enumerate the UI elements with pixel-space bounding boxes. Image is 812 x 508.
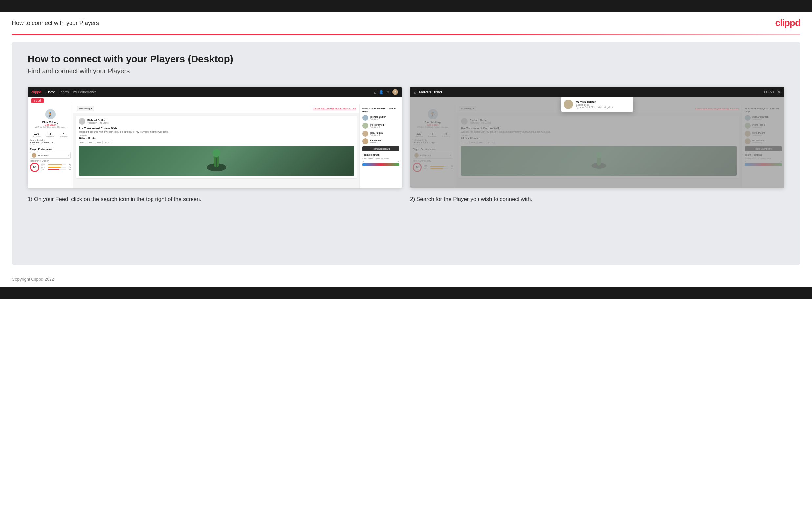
team-dashboard-btn-1[interactable]: Team Dashboard <box>363 146 399 151</box>
top-bar <box>0 0 812 12</box>
pl-activities-2: Activities: 3 <box>370 134 383 136</box>
pl-activities-3: Activities: 1 <box>370 142 382 144</box>
main-content: How to connect with your Players (Deskto… <box>12 42 800 265</box>
player-select-name-1: Eli Vincent <box>38 154 67 157</box>
player-list-item-0: Richard Butler Activities: 7 <box>363 115 399 121</box>
player-list-item-2: Hiral Pujara Activities: 3 <box>363 131 399 136</box>
search-result-item-0[interactable]: Marcus Turner 1.5 Handicap Cypress Point… <box>564 100 631 109</box>
screenshots-row: clippd Home Teams My Performance 👤 ⚙ B <box>28 87 784 204</box>
pl-avatar-3 <box>363 138 368 144</box>
tag-ott: OTT <box>79 141 86 144</box>
app-nav-logo-1: clippd <box>32 90 41 94</box>
nav-item-home[interactable]: Home <box>46 90 55 94</box>
player-select-1[interactable]: Eli Vincent ▾ <box>30 152 70 159</box>
sr-handicap: 1.5 Handicap <box>576 104 613 106</box>
app-nav-1: clippd Home Teams My Performance 👤 ⚙ B <box>28 87 402 97</box>
tag-arg: ARG <box>95 141 103 144</box>
search-icon[interactable] <box>374 90 377 94</box>
clear-button[interactable]: CLEAR <box>764 90 774 93</box>
stats-row-1: 129 Activities 3 Followers 4 Following <box>30 132 70 137</box>
pl-name-3: Eli Vincent <box>370 139 382 142</box>
profile-area-1: 🏌️ Blair McHarg Golf Coach Mill Ride Gol… <box>30 107 70 130</box>
app-nav-items-1: Home Teams My Performance <box>46 90 97 94</box>
player-select-avatar-1 <box>32 153 36 158</box>
search-bar-overlay[interactable]: ⌕ Marcus Turner CLEAR ✕ <box>410 87 784 97</box>
tag-putt: PUTT <box>104 141 112 144</box>
sr-name: Marcus Turner <box>576 100 613 104</box>
main-subheading: Find and connect with your Players <box>28 67 784 75</box>
profile-role-1: Golf Coach <box>30 124 70 126</box>
feed-tab-1[interactable]: Feed <box>32 98 44 103</box>
heatmap-sub-1: Shot Quality · 20 Round Trend <box>363 158 399 160</box>
step2-caption: 2) Search for the Player you wish to con… <box>410 188 784 204</box>
stat-activities-label: Activities <box>33 135 41 137</box>
bottom-bar <box>0 287 812 299</box>
screenshot-2: clippd Home Teams My Performance ⌕ Marcu… <box>410 87 784 204</box>
tpq-circle-1: 84 <box>30 163 39 172</box>
profile-avatar-1: 🏌️ <box>45 109 56 120</box>
app-nav-icons-1: 👤 ⚙ B <box>374 89 398 95</box>
pl-avatar-0 <box>363 115 368 121</box>
la-value-1: Afternoon round of golf <box>30 141 70 144</box>
pl-name-0: Richard Butler <box>370 116 386 118</box>
heatmap-track-1 <box>363 163 399 166</box>
nav-item-my-performance[interactable]: My Performance <box>73 90 97 94</box>
heatmap-bar-1: -5 +5 <box>363 161 399 166</box>
tpq-bars-1: OTT 79 APP 70 ARG <box>41 164 70 171</box>
la-label-1: Latest Activity <box>30 139 70 141</box>
stat-followers: 3 Followers <box>46 132 54 137</box>
sr-avatar <box>564 100 573 109</box>
main-heading: How to connect with your Players (Deskto… <box>28 53 784 65</box>
nav-item-teams[interactable]: Teams <box>59 90 68 94</box>
close-button[interactable]: ✕ <box>776 89 780 94</box>
center-panel-1: Following ▾ Control who can see your act… <box>74 104 360 188</box>
activity-header-1: Richard Butler Yesterday · The Grove <box>79 118 354 125</box>
tpq-score-row-1: 84 OTT 79 APP 70 <box>30 163 70 172</box>
right-panel-1: Most Active Players - Last 30 days Richa… <box>360 104 402 188</box>
activity-user-1: Richard Butler <box>87 119 108 122</box>
stat-following: 4 Following <box>60 132 68 137</box>
activity-card-1: Richard Butler Yesterday · The Grove Pre… <box>76 116 357 178</box>
profile-club-1: Mill Ride Golf Club, United Kingdom <box>30 126 70 128</box>
golf-image-1 <box>79 146 354 176</box>
screenshot-1: clippd Home Teams My Performance 👤 ⚙ B <box>28 87 402 204</box>
search-result-dropdown[interactable]: Marcus Turner 1.5 Handicap Cypress Point… <box>561 97 633 112</box>
profile-name-1: Blair McHarg <box>30 121 70 124</box>
tag-app: APP <box>87 141 94 144</box>
people-icon[interactable]: 👤 <box>379 90 384 94</box>
tpq-bar-ott: OTT 79 <box>41 164 70 166</box>
player-list-item-3: Eli Vincent Activities: 1 <box>363 138 399 144</box>
tpq-label-1: Total Player Quality <box>30 160 70 162</box>
app-body-1: 🏌️ Blair McHarg Golf Coach Mill Ride Gol… <box>28 104 402 188</box>
activity-duration-label-1: Duration <box>79 134 354 136</box>
header-divider <box>12 34 800 35</box>
heatmap-scale-1: -5 +5 <box>363 161 399 163</box>
pl-name-2: Hiral Pujara <box>370 132 383 134</box>
svg-rect-3 <box>216 158 217 167</box>
step1-caption: 1) On your Feed, click on the search ico… <box>28 188 402 204</box>
screenshot-frame-2: clippd Home Teams My Performance ⌕ Marcu… <box>410 87 784 188</box>
stat-activities-val: 129 <box>33 132 41 135</box>
player-select-arrow-1: ▾ <box>67 154 69 157</box>
control-link-1[interactable]: Control who can see your activity and da… <box>313 107 356 110</box>
activity-avatar-1 <box>79 118 85 125</box>
pl-activities-0: Activities: 7 <box>370 118 386 120</box>
stat-following-val: 4 <box>60 132 68 135</box>
page-title: How to connect with your Players <box>12 20 99 27</box>
following-btn-1[interactable]: Following ▾ <box>77 106 94 111</box>
pl-activities-1: Activities: 4 <box>370 126 384 128</box>
footer: Copyright Clippd 2022 <box>0 271 812 287</box>
settings-icon[interactable]: ⚙ <box>386 90 390 94</box>
svg-point-2 <box>212 149 221 157</box>
sr-club: Cypress Point Club, United Kingdom <box>576 106 613 108</box>
following-bar-1: Following ▾ Control who can see your act… <box>74 104 360 113</box>
stat-following-label: Following <box>60 135 68 137</box>
user-avatar-icon[interactable]: B <box>392 89 398 95</box>
left-panel-1: 🏌️ Blair McHarg Golf Coach Mill Ride Gol… <box>28 104 74 188</box>
pl-name-1: Piers Parnell <box>370 124 384 126</box>
pl-avatar-1 <box>363 123 368 129</box>
search-magnifier-icon: ⌕ <box>414 90 417 94</box>
activity-duration-val-1: 02 hr : 00 min <box>79 136 354 139</box>
tpq-bar-arg: ARG 64 <box>41 169 70 171</box>
search-input[interactable]: Marcus Turner <box>419 90 762 94</box>
